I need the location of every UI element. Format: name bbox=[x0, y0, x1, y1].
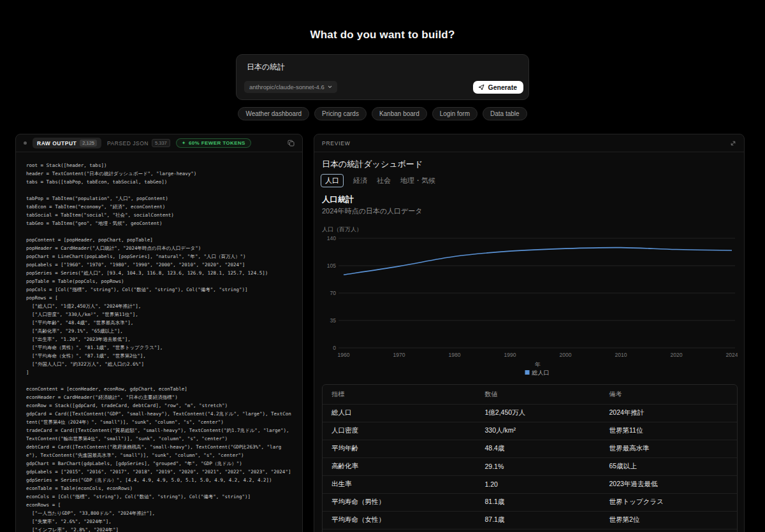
table-row: 平均年齢48.4歳世界最高水準 bbox=[323, 440, 737, 457]
table-cell: 約322万人 bbox=[476, 529, 601, 532]
code-line: popCols = [Col("指標", "string"), Col("数値"… bbox=[26, 285, 292, 294]
suggestion-chip[interactable]: Data table bbox=[483, 107, 527, 120]
tab-raw-output[interactable]: RAW OUTPUT 2,125 bbox=[33, 138, 101, 148]
code-line: ["総人口", "1億2,450万人", "2024年推計"], bbox=[26, 302, 292, 310]
code-line: gdpChart = BarChart(gdpLabels, [gdpSerie… bbox=[26, 459, 292, 468]
table-cell: 81.1歳 bbox=[476, 493, 601, 511]
table-cell: 世界トップクラス bbox=[601, 493, 738, 511]
table-column-header: 備考 bbox=[601, 385, 738, 404]
code-line: econCols = [Col("指標", "string"), Col("数値… bbox=[26, 492, 292, 501]
suggestion-chip[interactable]: Kanban board bbox=[372, 107, 427, 120]
svg-text:1990: 1990 bbox=[504, 352, 516, 358]
svg-text:140: 140 bbox=[327, 235, 336, 241]
svg-text:35: 35 bbox=[330, 317, 337, 324]
raw-output-code[interactable]: root = Stack([header, tabs])header = Tex… bbox=[16, 152, 302, 532]
table-cell: 1.20 bbox=[476, 475, 601, 493]
preview-panel: PREVIEW 日本の統計ダッシュボード 人口経済社会地理・気候 人口統計 20… bbox=[314, 134, 745, 532]
legend-swatch bbox=[525, 370, 530, 375]
code-line: popLabels = ["1960", "1970", "1980", "19… bbox=[26, 261, 292, 269]
preview-dashboard-title: 日本の統計ダッシュボード bbox=[322, 159, 423, 170]
table-cell: 世界第2位 bbox=[601, 511, 738, 529]
table-cell: 外国人人口 bbox=[323, 529, 476, 532]
code-line: root = Stack([header, tabs]) bbox=[26, 161, 292, 169]
table-cell: 1億2,450万人 bbox=[476, 404, 601, 422]
table-row: 平均寿命（女性）87.1歳世界第2位 bbox=[323, 511, 737, 529]
preview-tab[interactable]: 経済 bbox=[353, 176, 367, 185]
svg-text:1970: 1970 bbox=[393, 352, 405, 358]
copy-icon bbox=[288, 140, 295, 147]
suggestion-chip[interactable]: Login form bbox=[432, 107, 477, 120]
tab-parsed-json[interactable]: PARSED JSON 5,337 bbox=[107, 139, 170, 147]
code-line: ["失業率", "2.6%", "2024年"], bbox=[26, 517, 292, 526]
table-cell: 世界最高水準 bbox=[601, 440, 738, 457]
table-cell: 平均寿命（男性） bbox=[323, 493, 476, 511]
code-line: econContent = [econHeader, econRow, gdpC… bbox=[26, 385, 292, 393]
svg-text:70: 70 bbox=[330, 290, 337, 296]
preview-tabs: 人口経済社会地理・気候 bbox=[321, 174, 435, 187]
generate-label: Generate bbox=[488, 83, 517, 91]
code-line: popHeader = CardHeader("人口統計", "2024年時点の… bbox=[26, 244, 292, 252]
code-line: ["平均寿命（男性）", "81.1歳", "世界トップクラス"], bbox=[26, 343, 292, 352]
svg-text:2020: 2020 bbox=[671, 352, 683, 358]
preview-tab[interactable]: 社会 bbox=[377, 176, 391, 185]
expand-button[interactable] bbox=[730, 140, 736, 147]
fewer-tokens-badge: ✦ 60% FEWER TOKENS bbox=[176, 138, 251, 148]
code-line: gdpCard = Card([TextContent("GDP", "smal… bbox=[26, 410, 292, 426]
svg-text:総人口: 総人口 bbox=[532, 370, 550, 376]
model-selector[interactable]: anthropic/claude-sonnet-4.6 bbox=[244, 81, 337, 93]
table-cell: 総人口の2.6% bbox=[601, 529, 738, 532]
table-row: 高齢化率29.1%65歳以上 bbox=[323, 457, 737, 475]
table-row: 平均寿命（男性）81.1歳世界トップクラス bbox=[323, 493, 737, 511]
table-cell: 平均寿命（女性） bbox=[323, 511, 476, 529]
table-row: 総人口1億2,450万人2024年推計 bbox=[323, 404, 737, 422]
code-line bbox=[26, 186, 292, 194]
code-line: popSeries = Series("総人口", [93.4, 104.3, … bbox=[26, 269, 292, 277]
code-line bbox=[26, 227, 292, 236]
code-line: econHeader = CardHeader("経済統計", "日本の主要経済… bbox=[26, 393, 292, 401]
svg-text:人口（百万人）: 人口（百万人） bbox=[322, 226, 362, 233]
code-line: ["一人当たりGDP", "33,800ドル", "2024年推計"], bbox=[26, 509, 292, 517]
code-line: tabs = Tabs([tabPop, tabEcon, tabSocial,… bbox=[26, 178, 292, 186]
code-line: econTable = Table(econCols, econRows) bbox=[26, 484, 292, 492]
prompt-card: 日本の統計 anthropic/claude-sonnet-4.6 Genera… bbox=[236, 54, 529, 100]
code-line: popContent = [popHeader, popChart, popTa… bbox=[26, 236, 292, 244]
table-header-row: 指標数値備考 bbox=[323, 385, 737, 404]
table-cell: 出生率 bbox=[323, 475, 476, 493]
expand-icon bbox=[730, 140, 736, 147]
page-title: What do you want to build? bbox=[0, 29, 765, 41]
code-line: ["外国人人口", "約322万人", "総人口の2.6%"] bbox=[26, 360, 292, 368]
table-cell: 87.1歳 bbox=[476, 511, 601, 529]
table-column-header: 数値 bbox=[476, 385, 601, 404]
code-line: header = TextContent("日本の統計ダッシュボード", "la… bbox=[26, 169, 292, 178]
code-line: tradeCard = Card([TextContent("貿易総額", "s… bbox=[26, 426, 292, 443]
svg-text:2010: 2010 bbox=[615, 352, 627, 358]
generate-button[interactable]: Generate bbox=[473, 81, 523, 94]
copy-button[interactable] bbox=[288, 140, 295, 147]
section-subheading: 2024年時点の日本の人口データ bbox=[322, 206, 423, 216]
code-line: tabEcon = TabItem("economy", "経済", econC… bbox=[26, 203, 292, 211]
table-cell: 2023年過去最低 bbox=[601, 475, 738, 493]
code-line: ["高齢化率", "29.1%", "65歳以上"], bbox=[26, 327, 292, 335]
code-line: econRows = [ bbox=[26, 501, 292, 509]
table-body: 総人口1億2,450万人2024年推計人口密度330人/km²世界第11位平均年… bbox=[323, 404, 737, 532]
preview-tab[interactable]: 人口 bbox=[321, 174, 344, 187]
table-cell: 48.4歳 bbox=[476, 440, 601, 457]
sparkle-icon: ✦ bbox=[182, 140, 186, 146]
code-line: gdpLabels = ["2015", "2016", "2017", "20… bbox=[26, 468, 292, 476]
table-row: 出生率1.202023年過去最低 bbox=[323, 475, 737, 493]
table-column-header: 指標 bbox=[323, 385, 476, 404]
table-cell: 65歳以上 bbox=[601, 457, 738, 475]
raw-output-token-badge: 2,125 bbox=[80, 140, 97, 147]
code-line: ["インフレ率", "2.8%", "2024年"] bbox=[26, 526, 292, 532]
suggestion-chip[interactable]: Pricing cards bbox=[314, 107, 367, 120]
prompt-input[interactable]: 日本の統計 bbox=[247, 62, 285, 73]
fewer-tokens-label: 60% FEWER TOKENS bbox=[189, 140, 245, 146]
table-cell: 人口密度 bbox=[323, 422, 476, 440]
output-panel: RAW OUTPUT 2,125 PARSED JSON 5,337 ✦ 60%… bbox=[15, 134, 303, 532]
section-heading: 人口統計 bbox=[322, 194, 354, 205]
suggestion-chip[interactable]: Weather dashboard bbox=[238, 107, 309, 120]
table-cell: 29.1% bbox=[476, 457, 601, 475]
table-cell: 世界第11位 bbox=[601, 422, 738, 440]
preview-tab[interactable]: 地理・気候 bbox=[400, 176, 435, 185]
table-row: 外国人人口約322万人総人口の2.6% bbox=[323, 529, 737, 532]
